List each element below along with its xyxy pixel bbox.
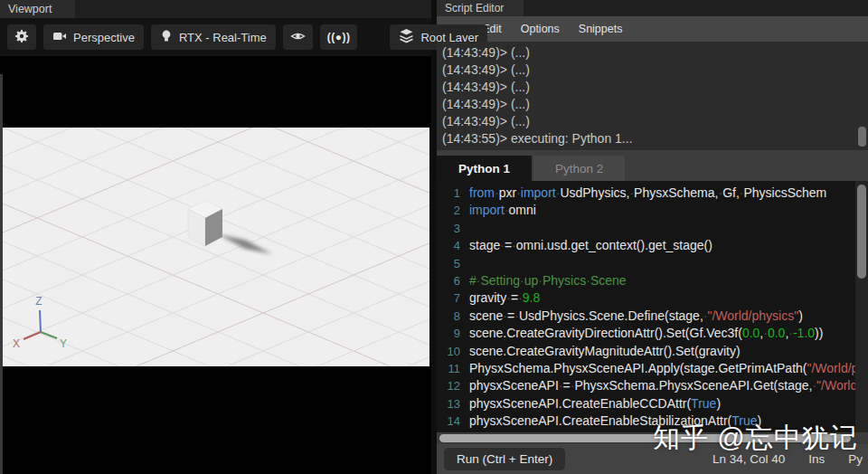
eye-icon — [290, 29, 306, 46]
console-line: (14:43:49)> (...) — [442, 62, 868, 79]
gear-icon — [14, 29, 29, 46]
code-lines: 1from·pxr·import·UsdPhysics,·PhysxSchema… — [437, 185, 868, 432]
code-line: 11PhysxSchema.PhysxSceneAPI.Apply(stage.… — [437, 360, 868, 377]
console-lines: (14:43:49)> (...)(14:43:49)> (...)(14:43… — [442, 44, 868, 147]
layers-icon — [399, 28, 414, 46]
camera-label: Perspective — [73, 31, 135, 44]
viewport-settings-button[interactable] — [7, 24, 36, 50]
renderer-selector-button[interactable]: RTX - Real-Time — [151, 24, 276, 50]
tab-script-editor[interactable]: Script Editor — [437, 0, 524, 16]
camera-selector-button[interactable]: Perspective — [43, 24, 144, 50]
code-line: 3 — [437, 220, 868, 237]
menu-snippets[interactable]: Snippets — [579, 23, 623, 35]
code-editor[interactable]: 1from·pxr·import·UsdPhysics,·PhysxSchema… — [437, 181, 868, 432]
axis-y-label: Y — [60, 337, 67, 350]
render-scene[interactable]: Z X Y — [3, 128, 429, 366]
script-editor-menubar: Tab Edit Options Snippets — [437, 16, 868, 42]
code-line: 7gravity·=·9.8 — [437, 289, 868, 307]
tab-python-2[interactable]: Python 2 — [533, 156, 625, 181]
console-line: (14:43:49)> (...) — [442, 79, 868, 96]
console-line: (14:43:55)> executing: Python 1... — [442, 130, 868, 147]
tab-viewport[interactable]: Viewport — [0, 0, 75, 18]
console-line: (14:43:49)> (...) — [442, 96, 868, 113]
code-line: 13physxSceneAPI.CreateEnableCCDAttr(True… — [437, 395, 868, 412]
run-button[interactable]: Run (Ctrl + Enter) — [444, 448, 565, 470]
code-line: 6#·Setting·up·Physics·Scene — [437, 272, 868, 289]
camera-icon — [52, 29, 67, 46]
code-vscrollbar-thumb[interactable] — [857, 185, 866, 279]
axis-gizmo: Z X Y — [3, 128, 429, 366]
renderer-label: RTX - Real-Time — [179, 31, 267, 44]
app-window: Viewport — [0, 0, 868, 474]
visibility-button[interactable] — [283, 24, 313, 50]
script-editor-panel: Script Editor Tab Edit Options Snippets … — [431, 0, 868, 474]
code-line: 4stage·=·omni.usd.get_context().get_stag… — [437, 237, 868, 254]
code-line: 8scene·=·UsdPhysics.Scene.Define(stage,·… — [437, 308, 868, 325]
viewport-tabbar: Viewport — [0, 0, 431, 18]
panel-edge-strip — [0, 74, 3, 474]
broadcast-button[interactable]: ((●)) — [320, 24, 358, 50]
code-line: 2import·omni — [437, 202, 868, 219]
console-line: (14:43:49)> (...) — [442, 44, 868, 62]
axis-x-label: X — [13, 337, 20, 350]
script-tabs: Python 1 Python 2 — [437, 156, 868, 181]
broadcast-icon: ((●)) — [327, 31, 351, 43]
console-scrollbar-thumb[interactable] — [858, 127, 866, 147]
tab-python-1[interactable]: Python 1 — [437, 156, 532, 181]
code-line: 9scene.CreateGravityDirectionAttr().Set(… — [437, 325, 868, 342]
viewport-canvas[interactable]: Z X Y — [0, 56, 431, 474]
axis-z-label: Z — [35, 295, 42, 308]
script-editor-tabbar: Script Editor — [437, 0, 868, 16]
console-line: (14:43:49)> (...) — [442, 113, 868, 130]
viewport-toolbar: Perspective RTX - Real-Time — [0, 18, 431, 56]
code-vscrollbar-track[interactable] — [855, 181, 868, 432]
lightbulb-icon — [160, 29, 173, 46]
watermark: 知乎 @忘中犹记 — [653, 420, 858, 457]
code-line: 1from·pxr·import·UsdPhysics,·PhysxSchema… — [437, 185, 868, 202]
viewport-panel: Viewport — [0, 0, 431, 474]
code-line: 12physxSceneAPI·=·PhysxSchema.PhysxScene… — [437, 377, 868, 394]
code-line: 5 — [437, 255, 868, 272]
menu-options[interactable]: Options — [521, 23, 560, 35]
code-line: 10scene.CreateGravityMagnitudeAttr().Set… — [437, 343, 868, 360]
console-output[interactable]: (14:43:49)> (...)(14:43:49)> (...)(14:43… — [437, 42, 868, 150]
